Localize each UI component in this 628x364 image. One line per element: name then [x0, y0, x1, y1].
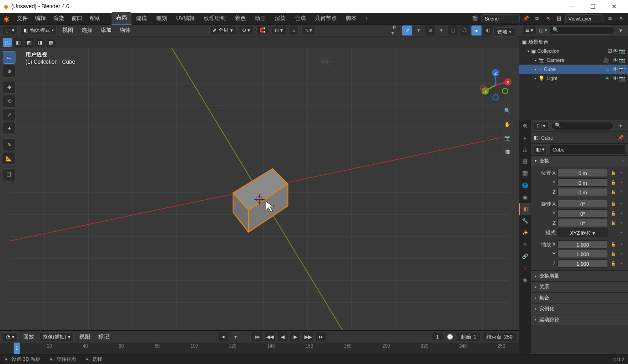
rot-x-field[interactable]: 0° — [557, 200, 608, 208]
tab-scene[interactable]: 🎬 — [519, 167, 531, 179]
keyframe-dot[interactable]: • — [618, 170, 624, 176]
pan-icon[interactable]: ✋ — [501, 118, 513, 130]
shading-wire[interactable]: ⬡ — [460, 25, 470, 35]
lock-icon[interactable]: 🔓 — [610, 201, 616, 207]
lock-icon[interactable]: 🔓 — [610, 179, 616, 186]
tab-particles[interactable]: ✨ — [519, 227, 531, 238]
tool-annotate[interactable]: ✎ — [3, 138, 15, 151]
tab-material[interactable]: ◉ — [519, 274, 531, 286]
tab-collection[interactable]: ▣ — [519, 191, 531, 203]
tab-object[interactable]: ◧ — [519, 203, 531, 215]
overlay-toggle[interactable]: ⊚ — [425, 25, 435, 35]
lock-icon[interactable]: 🔓 — [610, 170, 616, 176]
render-icon[interactable]: 📷 — [619, 66, 625, 72]
properties-search[interactable]: 🔍 — [552, 122, 613, 130]
tool-measure[interactable]: 📐 — [3, 152, 15, 165]
keyframe-dot[interactable]: • — [618, 189, 624, 195]
tree-collection[interactable]: ▾ ▣ Collection ☑👁📷 — [519, 46, 628, 56]
tool-cursor[interactable]: ⊕ — [3, 65, 15, 77]
menu-render[interactable]: 渲染 — [50, 13, 68, 24]
pos-z-field[interactable]: 0 m — [557, 188, 608, 196]
tab-render[interactable]: ▸ — [519, 132, 531, 144]
viewport-menu-add[interactable]: 添加 — [98, 25, 114, 35]
scene-browse-icon[interactable]: 🎬 — [471, 14, 480, 23]
timeline-keying[interactable]: 抠像(插帧) ▾ — [40, 332, 74, 341]
outliner-filter[interactable]: ▼ — [616, 26, 625, 35]
pin-icon[interactable]: 📌 — [616, 133, 625, 142]
rot-z-field[interactable]: 0° — [557, 219, 608, 227]
viewport-3d[interactable]: ▭ ⊕ ✥ ⟲ ⤢ ✦ ✎ 📐 ❐ 用户透视 (1) Collection | … — [0, 48, 519, 330]
tab-mesh[interactable]: ▽ — [519, 262, 531, 274]
lock-icon[interactable]: 🔓 — [610, 189, 616, 195]
tab-compositing[interactable]: 合成 — [290, 13, 310, 24]
autokey-dropdown[interactable]: ▾ — [231, 332, 240, 341]
tab-texpaint[interactable]: 纹理绘制 — [199, 13, 230, 24]
select-mode-extend[interactable]: ▦ — [46, 38, 56, 47]
eye-icon[interactable]: 👁 — [613, 48, 618, 54]
lock-icon[interactable]: 🔓 — [610, 251, 616, 257]
render-icon[interactable]: 📷 — [619, 57, 625, 63]
jump-prev-key[interactable]: ◀◀ — [265, 332, 275, 341]
viewlayer-remove-icon[interactable]: ✕ — [616, 14, 625, 23]
proportional-options-dropdown[interactable]: ∩ ▾ — [301, 26, 315, 35]
scene-pin-icon[interactable]: 📌 — [522, 14, 531, 23]
current-frame-field[interactable]: 1 — [432, 333, 442, 340]
properties-options[interactable]: ▾ — [616, 121, 625, 131]
tool-rotate[interactable]: ⟲ — [3, 95, 15, 107]
lock-icon[interactable]: 🔓 — [610, 220, 616, 226]
panel-relations-header[interactable]: ▸关系 — [531, 282, 628, 292]
select-mode-tweak[interactable]: ◰ — [3, 38, 12, 47]
tab-geonodes[interactable]: 几何节点 — [310, 13, 341, 24]
viewport-menu-view[interactable]: 视图 — [60, 25, 76, 35]
proportional-toggle[interactable]: ○ — [289, 26, 299, 35]
pivot-dropdown[interactable]: ⊙ ▾ — [239, 26, 253, 35]
viewlayer-browse-icon[interactable]: 🖼 — [554, 14, 563, 23]
keyframe-dot[interactable]: • — [618, 179, 624, 186]
tab-render[interactable]: 渲染 — [270, 13, 290, 24]
keyframe-dot[interactable]: • — [618, 210, 624, 217]
shading-solid[interactable]: ● — [471, 25, 481, 35]
panel-instancing-header[interactable]: ▸实例化 — [531, 303, 628, 314]
axis-gizmo[interactable]: X Y Z — [480, 69, 512, 101]
scale-z-field[interactable]: 1.000 — [557, 259, 608, 268]
editor-type-dropdown[interactable]: ⬚ ▾ — [3, 26, 18, 35]
start-frame-field[interactable]: 起始 1 — [457, 333, 480, 341]
tree-scene-collection[interactable]: ▣ 场景集合 — [519, 37, 628, 46]
tree-item-light[interactable]: ▸ 💡 Light ☀ 👁📷 — [519, 74, 628, 83]
render-icon[interactable]: 📷 — [619, 76, 625, 81]
shading-matprev[interactable]: ◐ — [483, 25, 493, 35]
snap-options-dropdown[interactable]: ⊓ ▾ — [272, 26, 286, 35]
gizmo-dropdown[interactable]: ▾ — [414, 26, 423, 35]
visibility-dropdown[interactable]: 👁 ▾ — [391, 26, 400, 35]
tool-move[interactable]: ✥ — [3, 81, 15, 94]
tab-shading[interactable]: 着色 — [230, 13, 250, 24]
keyframe-dot[interactable]: • — [618, 220, 624, 226]
panel-delta-header[interactable]: ▸变换增量 — [531, 271, 628, 281]
tab-viewlayer[interactable]: 🖼 — [519, 156, 531, 167]
datablock-dropdown[interactable]: ◧ ▾ — [534, 145, 547, 154]
properties-editor-dropdown[interactable]: ⬚ ▾ — [534, 121, 549, 131]
select-mode-circle[interactable]: ◩ — [25, 38, 34, 47]
jump-next-key[interactable]: ▶▶ — [303, 332, 313, 341]
tab-modifiers[interactable]: 🔧 — [519, 215, 531, 227]
menu-window[interactable]: 窗口 — [68, 13, 86, 24]
object-name-input[interactable]: Cube — [550, 145, 625, 154]
snap-toggle[interactable]: 🧲 — [256, 26, 269, 35]
lock-icon[interactable]: 🔓 — [610, 210, 616, 217]
scale-y-field[interactable]: 1.000 — [557, 250, 608, 258]
rotation-mode-dropdown[interactable]: XYZ 欧拉 ▾ — [557, 228, 608, 237]
eye-icon[interactable]: 👁 — [613, 57, 618, 63]
tab-modeling[interactable]: 建模 — [132, 13, 152, 24]
lock-icon[interactable]: 🔓 — [610, 260, 616, 267]
tab-anim[interactable]: 动画 — [250, 13, 270, 24]
rot-y-field[interactable]: 0° — [557, 209, 608, 217]
keyframe-dot[interactable]: • — [618, 229, 624, 236]
select-mode-box[interactable]: ◧ — [14, 38, 23, 47]
timeline-ruler[interactable]: 1 12040 6080100 120140160 180200220 2402… — [0, 343, 519, 354]
camera-view-icon[interactable]: 📷 — [501, 132, 513, 144]
select-mode-lasso[interactable]: ◨ — [35, 38, 45, 47]
panel-transform-header[interactable]: ▾变换⠿ — [531, 156, 628, 166]
timeline-playback[interactable]: 回放 — [20, 332, 37, 342]
tool-add-cube[interactable]: ❐ — [3, 168, 15, 181]
orientation-dropdown[interactable]: ⬈ 全局 ▾ — [209, 26, 236, 35]
